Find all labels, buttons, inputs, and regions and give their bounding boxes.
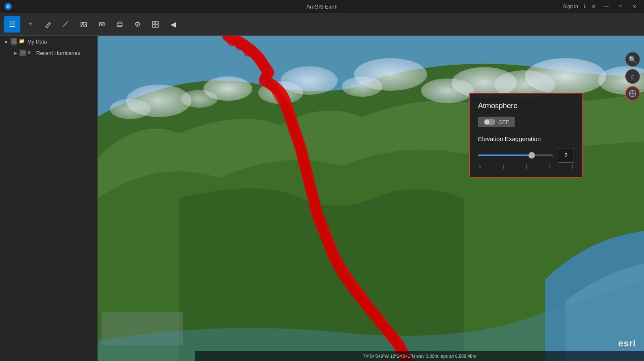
map-area[interactable]: Atmosphere OFF Elevation Exaggeration 2 … xyxy=(98,36,644,361)
map-home-button[interactable]: ⌂ xyxy=(625,69,640,84)
svg-rect-10 xyxy=(156,25,158,27)
app-icon: A xyxy=(4,2,12,11)
maximize-button[interactable]: □ xyxy=(617,3,624,10)
titlebar-left: A xyxy=(0,2,15,11)
svg-point-21 xyxy=(258,81,303,104)
grid-button[interactable] xyxy=(147,16,164,33)
svg-rect-8 xyxy=(156,22,158,24)
sidebar-item-my-data[interactable]: ▶ ☑ 📁 My Data xyxy=(0,36,97,47)
svg-point-20 xyxy=(181,90,218,108)
tick-3: | xyxy=(526,164,527,169)
image-button[interactable] xyxy=(76,16,92,33)
svg-point-23 xyxy=(421,78,474,103)
tick-4: | xyxy=(549,164,550,169)
settings-button[interactable]: ⚙ xyxy=(129,16,146,33)
draw-button[interactable] xyxy=(40,16,56,33)
toolbar: ☰ + ✉ ⚙ ◀ xyxy=(0,13,644,36)
titlebar-right: Sign in ℹ ↺ — □ ✕ xyxy=(563,3,644,10)
print-button[interactable] xyxy=(111,16,128,33)
svg-rect-7 xyxy=(153,22,155,24)
refresh-button[interactable]: ↺ xyxy=(592,4,596,9)
tick-5: | xyxy=(572,164,573,169)
collapse-button[interactable]: ◀ xyxy=(165,16,181,33)
recent-hurricanes-label: Recent Hurricanes xyxy=(36,50,80,56)
info-button[interactable]: ℹ xyxy=(584,4,586,9)
svg-point-19 xyxy=(110,99,151,119)
expand-arrow-2: ▶ xyxy=(12,50,19,56)
esri-label: esri xyxy=(618,338,636,348)
app-title: ArcGIS Earth xyxy=(306,4,338,10)
tick-2: | xyxy=(503,164,504,169)
svg-rect-9 xyxy=(153,25,155,27)
layer-icon: ≡ xyxy=(28,50,34,56)
expand-arrow: ▶ xyxy=(3,38,10,45)
elevation-slider-row: 2 xyxy=(478,148,574,163)
slider-fill xyxy=(478,154,532,156)
titlebar: A ArcGIS Earth Sign in ℹ ↺ — □ ✕ xyxy=(0,0,644,13)
elevation-value-box: 2 xyxy=(558,148,574,163)
toggle-knob xyxy=(484,119,495,125)
svg-line-2 xyxy=(49,22,50,24)
elevation-section-label: Elevation Exaggeration xyxy=(478,135,574,142)
atmosphere-panel: Atmosphere OFF Elevation Exaggeration 2 … xyxy=(469,93,583,178)
slider-thumb[interactable] xyxy=(528,152,535,159)
sidebar: ▶ ☑ 📁 My Data ▶ ☑ ≡ Recent Hurricanes xyxy=(0,36,98,361)
elevation-slider-container[interactable] xyxy=(478,151,553,159)
close-button[interactable]: ✕ xyxy=(630,3,639,10)
add-button[interactable]: + xyxy=(22,16,38,33)
statusbar: 74°04'049"W 18°24'041"N elev 0.00m, eye … xyxy=(195,351,644,361)
elevation-value: 2 xyxy=(564,152,568,159)
map-globe-button[interactable] xyxy=(625,86,640,101)
checkbox-icon-2[interactable]: ☑ xyxy=(20,50,26,56)
measure-button[interactable] xyxy=(58,16,74,33)
menu-button[interactable]: ☰ xyxy=(4,16,20,33)
toggle-label: OFF xyxy=(498,119,509,125)
slider-ticks: 1 | | | | xyxy=(478,164,574,169)
share-button[interactable]: ✉ xyxy=(94,16,110,33)
signin-button[interactable]: Sign in xyxy=(563,4,578,9)
sidebar-item-recent-hurricanes[interactable]: ▶ ☑ ≡ Recent Hurricanes xyxy=(0,47,97,59)
svg-text:A: A xyxy=(7,4,10,9)
coordinates-text: 74°04'049"W 18°24'041"N elev 0.00m, eye … xyxy=(363,354,476,359)
tick-1: 1 xyxy=(479,164,481,169)
svg-point-22 xyxy=(342,76,382,97)
esri-logo: esri xyxy=(618,338,636,349)
map-tools: 🔍 ⌂ xyxy=(625,52,640,101)
map-search-button[interactable]: 🔍 xyxy=(625,52,640,67)
atmosphere-toggle[interactable]: OFF xyxy=(478,117,515,127)
my-data-label: My Data xyxy=(27,39,47,45)
minimize-button[interactable]: — xyxy=(601,3,611,10)
checkbox-icon[interactable]: ☑ xyxy=(11,38,17,45)
atmosphere-toggle-row: OFF xyxy=(478,117,574,127)
atmosphere-title: Atmosphere xyxy=(478,102,574,110)
slider-track xyxy=(478,154,553,156)
folder-icon: 📁 xyxy=(19,38,25,45)
terrain-svg xyxy=(98,36,644,361)
